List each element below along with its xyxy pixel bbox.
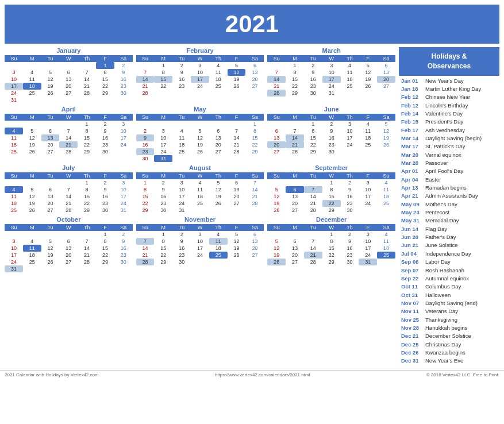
cal-day: 11 — [209, 69, 228, 76]
cal-day: 12 — [267, 245, 286, 252]
weekday-header: Su — [267, 172, 286, 179]
holiday-date: Feb 17 — [401, 127, 423, 134]
cal-day: 22 — [322, 252, 341, 259]
cal-day — [245, 155, 264, 162]
holiday-name: Autumnal equinox — [425, 275, 469, 282]
weekday-header: Tu — [304, 172, 322, 179]
cal-day: 8 — [322, 238, 341, 245]
weekday-header: Sa — [377, 114, 395, 121]
cal-day: 26 — [377, 141, 395, 148]
cal-day: 21 — [78, 252, 96, 259]
cal-day: 6 — [377, 62, 395, 69]
cal-day: 25 — [23, 90, 41, 97]
cal-day: 25 — [209, 83, 228, 90]
cal-day — [209, 259, 228, 265]
cal-day — [191, 259, 209, 265]
cal-day: 19 — [228, 245, 246, 252]
weekday-header: Tu — [304, 224, 322, 231]
cal-day: 1 — [78, 179, 96, 186]
cal-day — [191, 207, 209, 214]
weekday-header: Su — [5, 224, 23, 231]
cal-day — [154, 121, 172, 128]
cal-day — [172, 90, 191, 97]
cal-day: 1 — [136, 179, 155, 186]
weekday-header: Su — [5, 114, 23, 121]
cal-day: 6 — [245, 62, 264, 69]
weekday-header: F — [228, 55, 246, 62]
cal-day: 6 — [245, 231, 264, 238]
cal-day: 17 — [154, 141, 172, 148]
cal-day: 17 — [341, 134, 359, 141]
cal-day: 15 — [286, 76, 304, 83]
cal-day — [359, 90, 377, 97]
weekday-header: M — [286, 172, 304, 179]
cal-day: 4 — [359, 121, 377, 128]
cal-day: 5 — [267, 238, 286, 245]
cal-day: 27 — [286, 259, 304, 265]
cal-day: 10 — [5, 76, 23, 83]
cal-day: 16 — [304, 76, 322, 83]
cal-day: 12 — [191, 134, 209, 141]
cal-day: 1 — [322, 179, 341, 186]
list-item: Feb 14Valentine's Day — [401, 110, 497, 118]
cal-day: 10 — [359, 238, 377, 245]
cal-day: 24 — [5, 259, 23, 265]
cal-day: 8 — [96, 69, 114, 76]
cal-day: 14 — [136, 245, 155, 252]
holiday-name: Vernal equinox — [425, 152, 461, 159]
cal-day — [114, 148, 133, 155]
cal-day: 2 — [96, 121, 114, 128]
cal-day: 24 — [341, 141, 359, 148]
holiday-date: Dec 26 — [401, 349, 423, 356]
cal-day — [377, 207, 395, 214]
month-may: MaySuMTuWThFSa12345678910111213141516171… — [136, 106, 264, 162]
cal-day: 27 — [377, 83, 395, 90]
cal-day: 18 — [359, 134, 377, 141]
list-item: Oct 11Columbus Day — [401, 283, 497, 291]
cal-day: 5 — [228, 231, 246, 238]
weekday-header: W — [59, 55, 78, 62]
cal-day: 31 — [172, 207, 191, 214]
cal-day: 13 — [41, 134, 60, 141]
cal-day: 5 — [267, 186, 286, 193]
cal-day: 5 — [23, 128, 41, 134]
weekday-header: Su — [267, 224, 286, 231]
cal-day: 2 — [154, 179, 172, 186]
calendar-row: JanuarySuMTuWThFSa1234567891011121314151… — [5, 47, 395, 103]
cal-day: 6 — [267, 128, 286, 134]
weekday-header: M — [154, 172, 172, 179]
list-item: Jun 20Father's Day — [401, 233, 497, 241]
cal-day: 11 — [377, 186, 395, 193]
month-title: September — [267, 164, 395, 171]
cal-day: 29 — [78, 148, 96, 155]
holiday-name: Martin Luther King Day — [425, 86, 481, 92]
cal-day: 15 — [245, 134, 264, 141]
cal-day: 22 — [78, 141, 96, 148]
cal-day: 14 — [267, 76, 286, 83]
cal-day — [228, 259, 246, 265]
weekday-header: Tu — [304, 55, 322, 62]
content-area: JanuarySuMTuWThFSa1234567891011121314151… — [0, 47, 504, 369]
weekday-header: Sa — [245, 172, 264, 179]
cal-day: 16 — [96, 193, 114, 200]
cal-day: 16 — [341, 193, 359, 200]
cal-day: 26 — [41, 90, 60, 97]
weekday-header: Sa — [114, 55, 133, 62]
cal-day — [304, 179, 322, 186]
cal-day: 15 — [154, 245, 172, 252]
cal-day: 2 — [322, 121, 341, 128]
cal-day: 2 — [341, 231, 359, 238]
holiday-date: Sep 22 — [401, 275, 423, 282]
weekday-header: W — [59, 114, 78, 121]
holiday-name: Halloween — [425, 292, 451, 299]
cal-day — [245, 90, 264, 97]
holiday-date: Mar 14 — [401, 135, 423, 142]
list-item: Sep 06Labor Day — [401, 258, 497, 266]
cal-day: 5 — [209, 179, 228, 186]
weekday-header: Sa — [377, 55, 395, 62]
cal-day — [59, 121, 78, 128]
weekday-header: Sa — [377, 224, 395, 231]
cal-day: 15 — [96, 76, 114, 83]
cal-day — [209, 207, 228, 214]
cal-day: 28 — [136, 90, 155, 97]
